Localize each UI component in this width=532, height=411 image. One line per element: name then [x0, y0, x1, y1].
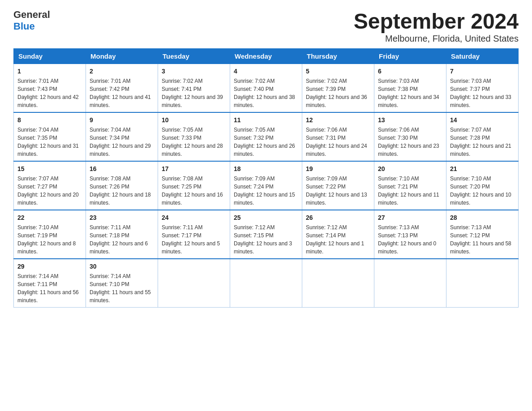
day-number: 8	[17, 116, 82, 125]
sunrise-label: Sunrise: 7:12 AM	[306, 224, 347, 231]
daylight-label: Daylight: 12 hours and 6 minutes.	[90, 240, 148, 255]
calendar-week-row: 15Sunrise: 7:07 AMSunset: 7:27 PMDayligh…	[14, 161, 519, 210]
day-number: 10	[162, 116, 226, 125]
sunset-label: Sunset: 7:39 PM	[306, 86, 346, 92]
calendar-cell	[374, 259, 446, 308]
calendar-cell: 27Sunrise: 7:13 AMSunset: 7:13 PMDayligh…	[374, 210, 446, 259]
sunrise-label: Sunrise: 7:08 AM	[162, 176, 202, 182]
sunset-label: Sunset: 7:38 PM	[378, 86, 418, 92]
calendar-cell: 23Sunrise: 7:11 AMSunset: 7:18 PMDayligh…	[86, 210, 158, 259]
calendar-header-friday: Friday	[374, 49, 446, 64]
logo-blue-text: Blue	[13, 21, 50, 32]
day-number: 11	[234, 116, 298, 125]
location-subtitle: Melbourne, Florida, United States	[354, 34, 519, 44]
calendar-cell: 22Sunrise: 7:10 AMSunset: 7:19 PMDayligh…	[14, 210, 86, 259]
calendar-header-wednesday: Wednesday	[230, 49, 302, 64]
logo: General Blue General Blue	[13, 9, 50, 32]
sunrise-label: Sunrise: 7:14 AM	[17, 273, 58, 279]
calendar-table: SundayMondayTuesdayWednesdayThursdayFrid…	[13, 48, 519, 308]
daylight-label: Daylight: 12 hours and 26 minutes.	[234, 143, 295, 157]
sunset-label: Sunset: 7:21 PM	[378, 184, 418, 190]
day-number: 14	[450, 116, 515, 125]
sunrise-label: Sunrise: 7:03 AM	[378, 78, 419, 84]
calendar-cell	[446, 259, 519, 308]
calendar-cell: 26Sunrise: 7:12 AMSunset: 7:14 PMDayligh…	[302, 210, 374, 259]
calendar-cell: 11Sunrise: 7:05 AMSunset: 7:32 PMDayligh…	[230, 112, 302, 161]
sunrise-label: Sunrise: 7:02 AM	[162, 78, 202, 84]
daylight-label: Daylight: 12 hours and 38 minutes.	[234, 94, 295, 108]
daylight-label: Daylight: 11 hours and 56 minutes.	[17, 289, 79, 304]
sunrise-label: Sunrise: 7:04 AM	[90, 127, 130, 133]
sunset-label: Sunset: 7:25 PM	[162, 184, 202, 190]
daylight-label: Daylight: 12 hours and 23 minutes.	[378, 143, 439, 157]
sunrise-label: Sunrise: 7:14 AM	[90, 273, 130, 279]
day-number: 24	[162, 213, 226, 223]
calendar-cell: 17Sunrise: 7:08 AMSunset: 7:25 PMDayligh…	[158, 161, 230, 210]
calendar-cell: 19Sunrise: 7:09 AMSunset: 7:22 PMDayligh…	[302, 161, 374, 210]
sunrise-label: Sunrise: 7:01 AM	[90, 78, 130, 84]
day-number: 9	[90, 116, 154, 125]
sunrise-label: Sunrise: 7:07 AM	[450, 127, 491, 133]
daylight-label: Daylight: 12 hours and 34 minutes.	[378, 94, 439, 108]
calendar-week-row: 22Sunrise: 7:10 AMSunset: 7:19 PMDayligh…	[14, 210, 519, 259]
sunset-label: Sunset: 7:32 PM	[234, 135, 274, 141]
calendar-header-saturday: Saturday	[446, 49, 519, 64]
day-number: 22	[17, 213, 82, 223]
calendar-cell: 14Sunrise: 7:07 AMSunset: 7:28 PMDayligh…	[446, 112, 519, 161]
sunset-label: Sunset: 7:31 PM	[306, 135, 346, 141]
daylight-label: Daylight: 12 hours and 15 minutes.	[234, 192, 295, 206]
daylight-label: Daylight: 12 hours and 29 minutes.	[90, 143, 151, 157]
calendar-cell: 20Sunrise: 7:10 AMSunset: 7:21 PMDayligh…	[374, 161, 446, 210]
day-number: 28	[450, 213, 515, 223]
day-number: 1	[17, 67, 82, 76]
daylight-label: Daylight: 12 hours and 33 minutes.	[450, 94, 511, 108]
sunrise-label: Sunrise: 7:05 AM	[234, 127, 275, 133]
sunset-label: Sunset: 7:19 PM	[17, 232, 57, 239]
calendar-header-tuesday: Tuesday	[158, 49, 230, 64]
calendar-week-row: 8Sunrise: 7:04 AMSunset: 7:35 PMDaylight…	[14, 112, 519, 161]
day-number: 15	[17, 164, 82, 174]
calendar-cell	[302, 259, 374, 308]
day-number: 16	[90, 164, 154, 174]
sunset-label: Sunset: 7:40 PM	[234, 86, 274, 92]
daylight-label: Daylight: 12 hours and 16 minutes.	[162, 192, 223, 206]
calendar-header-sunday: Sunday	[14, 49, 86, 64]
calendar-cell: 8Sunrise: 7:04 AMSunset: 7:35 PMDaylight…	[14, 112, 86, 161]
sunset-label: Sunset: 7:28 PM	[450, 135, 490, 141]
sunset-label: Sunset: 7:41 PM	[162, 86, 202, 92]
calendar-cell: 9Sunrise: 7:04 AMSunset: 7:34 PMDaylight…	[86, 112, 158, 161]
calendar-cell: 2Sunrise: 7:01 AMSunset: 7:42 PMDaylight…	[86, 64, 158, 113]
daylight-label: Daylight: 12 hours and 21 minutes.	[450, 143, 511, 157]
daylight-label: Daylight: 12 hours and 8 minutes.	[17, 240, 76, 255]
sunrise-label: Sunrise: 7:13 AM	[378, 224, 419, 231]
sunset-label: Sunset: 7:42 PM	[90, 86, 129, 92]
day-number: 30	[90, 262, 154, 271]
sunset-label: Sunset: 7:30 PM	[378, 135, 418, 141]
daylight-label: Daylight: 12 hours and 28 minutes.	[162, 143, 223, 157]
sunset-label: Sunset: 7:17 PM	[162, 232, 202, 239]
day-number: 18	[234, 164, 298, 174]
daylight-label: Daylight: 12 hours and 10 minutes.	[450, 192, 511, 206]
calendar-header-row: SundayMondayTuesdayWednesdayThursdayFrid…	[14, 49, 519, 64]
sunrise-label: Sunrise: 7:10 AM	[450, 176, 491, 182]
page-header: General Blue General Blue September 2024…	[13, 9, 519, 44]
sunrise-label: Sunrise: 7:02 AM	[234, 78, 275, 84]
sunset-label: Sunset: 7:34 PM	[90, 135, 129, 141]
calendar-cell: 25Sunrise: 7:12 AMSunset: 7:15 PMDayligh…	[230, 210, 302, 259]
sunset-label: Sunset: 7:11 PM	[17, 281, 57, 287]
sunset-label: Sunset: 7:12 PM	[450, 232, 490, 239]
calendar-cell: 28Sunrise: 7:13 AMSunset: 7:12 PMDayligh…	[446, 210, 519, 259]
day-number: 13	[378, 116, 442, 125]
calendar-cell: 15Sunrise: 7:07 AMSunset: 7:27 PMDayligh…	[14, 161, 86, 210]
calendar-cell: 6Sunrise: 7:03 AMSunset: 7:38 PMDaylight…	[374, 64, 446, 113]
daylight-label: Daylight: 11 hours and 55 minutes.	[90, 289, 151, 304]
calendar-cell: 16Sunrise: 7:08 AMSunset: 7:26 PMDayligh…	[86, 161, 158, 210]
sunset-label: Sunset: 7:24 PM	[234, 184, 274, 190]
day-number: 23	[90, 213, 154, 223]
daylight-label: Daylight: 12 hours and 18 minutes.	[90, 192, 151, 206]
calendar-cell	[230, 259, 302, 308]
day-number: 2	[90, 67, 154, 76]
sunrise-label: Sunrise: 7:06 AM	[306, 127, 347, 133]
daylight-label: Daylight: 12 hours and 24 minutes.	[306, 143, 367, 157]
calendar-cell: 3Sunrise: 7:02 AMSunset: 7:41 PMDaylight…	[158, 64, 230, 113]
